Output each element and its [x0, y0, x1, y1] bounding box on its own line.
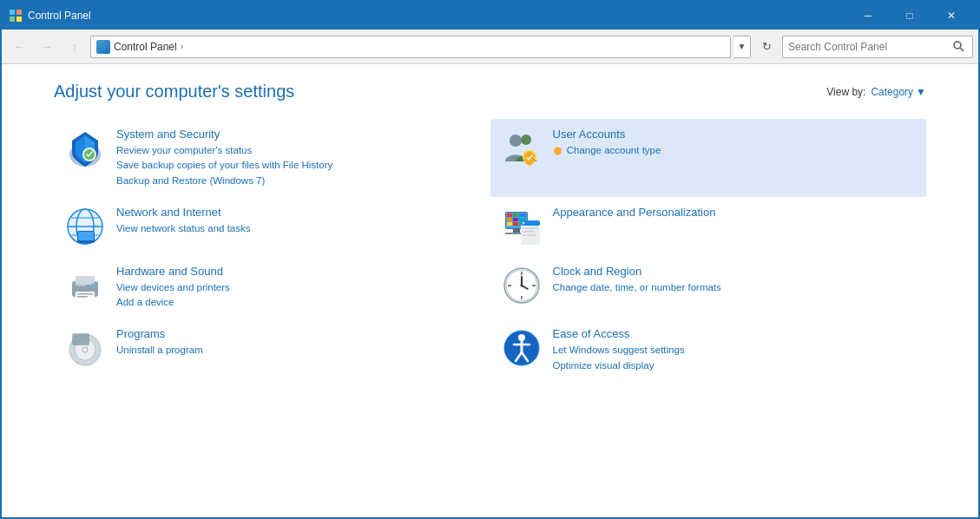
close-button[interactable]: ✕	[931, 2, 971, 30]
programs-icon	[64, 327, 106, 369]
svg-rect-38	[523, 231, 535, 233]
svg-point-56	[520, 284, 523, 286]
viewby-dropdown[interactable]: Category ▼	[871, 86, 926, 98]
svg-point-45	[91, 283, 95, 286]
user-accounts-icon	[501, 128, 543, 169]
path-label: Control Panel	[114, 41, 177, 53]
svg-rect-23	[507, 214, 512, 217]
system-security-text: System and Security Review your computer…	[116, 128, 480, 188]
view-by: View by: Category ▼	[826, 86, 926, 98]
path-arrow: ›	[181, 42, 183, 51]
address-bar: ← → ↑ Control Panel › ▼ ↻	[2, 30, 978, 64]
svg-rect-63	[73, 334, 89, 345]
svg-rect-46	[76, 285, 86, 286]
system-security-link-2[interactable]: Save backup copies of your files with Fi…	[116, 158, 480, 173]
ease-of-access-link-1[interactable]: Let Windows suggest settings	[553, 343, 917, 358]
category-network-internet[interactable]: Network and Internet View network status…	[54, 197, 490, 256]
svg-point-61	[82, 347, 88, 352]
svg-rect-0	[10, 10, 15, 15]
appearance-personalization-title[interactable]: Appearance and Personalization	[553, 206, 917, 219]
ease-of-access-link-2[interactable]: Optimize visual display	[553, 358, 917, 373]
title-bar: Control Panel ─ □ ✕	[2, 2, 978, 30]
svg-rect-24	[513, 214, 518, 217]
search-input[interactable]	[788, 41, 946, 53]
category-ease-of-access[interactable]: Ease of Access Let Windows suggest setti…	[490, 319, 927, 382]
clock-region-link-1[interactable]: Change date, time, or number formats	[553, 280, 917, 295]
network-internet-text: Network and Internet View network status…	[116, 206, 480, 236]
svg-rect-29	[507, 222, 512, 226]
svg-rect-27	[513, 218, 518, 221]
hardware-sound-text: Hardware and Sound View devices and prin…	[116, 265, 480, 311]
svg-line-5	[960, 49, 964, 52]
svg-rect-44	[77, 296, 88, 298]
svg-rect-37	[523, 227, 538, 229]
maximize-button[interactable]: □	[890, 2, 930, 30]
category-appearance-personalization[interactable]: Appearance and Personalization	[490, 197, 927, 256]
back-button[interactable]: ←	[7, 35, 31, 59]
user-accounts-title[interactable]: User Accounts	[553, 128, 917, 141]
system-security-link-3[interactable]: Backup and Restore (Windows 7)	[116, 174, 480, 188]
user-accounts-link-1[interactable]: Change account type	[553, 143, 917, 158]
category-clock-region[interactable]: Clock and Region Change date, time, or n…	[490, 256, 927, 319]
programs-text: Programs Uninstall a program	[116, 327, 480, 358]
svg-rect-25	[519, 214, 526, 217]
categories-grid: System and Security Review your computer…	[54, 119, 926, 382]
address-dropdown[interactable]: ▼	[733, 36, 751, 58]
search-icon-button[interactable]	[950, 38, 967, 56]
up-button[interactable]: ↑	[62, 35, 87, 59]
hardware-sound-link-2[interactable]: Add a device	[116, 295, 480, 310]
user-accounts-text: User Accounts Change account type	[553, 128, 917, 158]
network-internet-title[interactable]: Network and Internet	[116, 206, 480, 219]
system-security-link-1[interactable]: Review your computer's status	[116, 143, 480, 158]
network-internet-link-1[interactable]: View network status and tasks	[116, 221, 480, 236]
programs-link-1[interactable]: Uninstall a program	[116, 343, 480, 358]
hardware-sound-title[interactable]: Hardware and Sound	[116, 265, 480, 278]
clock-region-text: Clock and Region Change date, time, or n…	[553, 265, 917, 295]
window-title: Control Panel	[28, 10, 848, 22]
search-box[interactable]	[782, 36, 973, 58]
page-header: Adjust your computer's settings View by:…	[54, 82, 926, 102]
category-hardware-sound[interactable]: Hardware and Sound View devices and prin…	[54, 256, 490, 319]
svg-point-4	[954, 42, 961, 49]
hardware-sound-icon	[64, 265, 106, 306]
viewby-value: Category	[871, 86, 913, 98]
system-security-title[interactable]: System and Security	[116, 128, 480, 141]
category-system-security[interactable]: System and Security Review your computer…	[54, 119, 490, 197]
clock-region-icon	[501, 265, 543, 306]
category-programs[interactable]: Programs Uninstall a program	[54, 319, 490, 382]
clock-region-title[interactable]: Clock and Region	[553, 265, 917, 278]
programs-title[interactable]: Programs	[116, 327, 480, 340]
main-content: Adjust your computer's settings View by:…	[2, 64, 978, 519]
svg-rect-26	[507, 218, 512, 221]
path-icon	[96, 40, 110, 54]
ease-of-access-icon	[501, 327, 543, 369]
svg-rect-32	[513, 229, 520, 233]
appearance-personalization-text: Appearance and Personalization	[553, 206, 917, 221]
system-security-icon	[64, 128, 106, 169]
minimize-button[interactable]: ─	[848, 2, 888, 30]
network-internet-icon	[64, 206, 106, 247]
ease-of-access-text: Ease of Access Let Windows suggest setti…	[553, 327, 917, 373]
ease-of-access-title[interactable]: Ease of Access	[553, 327, 917, 340]
svg-rect-2	[10, 16, 15, 22]
svg-rect-3	[16, 16, 22, 22]
svg-rect-19	[78, 232, 94, 240]
svg-rect-1	[16, 10, 22, 15]
appearance-personalization-icon	[501, 206, 543, 247]
svg-point-9	[510, 135, 522, 147]
svg-point-36	[522, 221, 524, 224]
svg-rect-43	[77, 293, 93, 295]
window-controls: ─ □ ✕	[848, 2, 971, 30]
viewby-chevron-icon: ▼	[916, 86, 926, 98]
page-title: Adjust your computer's settings	[54, 82, 294, 102]
svg-rect-20	[82, 241, 89, 243]
address-path[interactable]: Control Panel ›	[90, 36, 731, 58]
refresh-button[interactable]: ↻	[754, 35, 779, 59]
svg-rect-39	[523, 234, 536, 236]
app-icon	[9, 9, 23, 23]
svg-point-10	[521, 135, 531, 145]
category-user-accounts[interactable]: User Accounts Change account type	[490, 119, 927, 197]
hardware-sound-link-1[interactable]: View devices and printers	[116, 280, 480, 295]
forward-button[interactable]: →	[35, 35, 59, 59]
svg-rect-30	[513, 222, 518, 226]
